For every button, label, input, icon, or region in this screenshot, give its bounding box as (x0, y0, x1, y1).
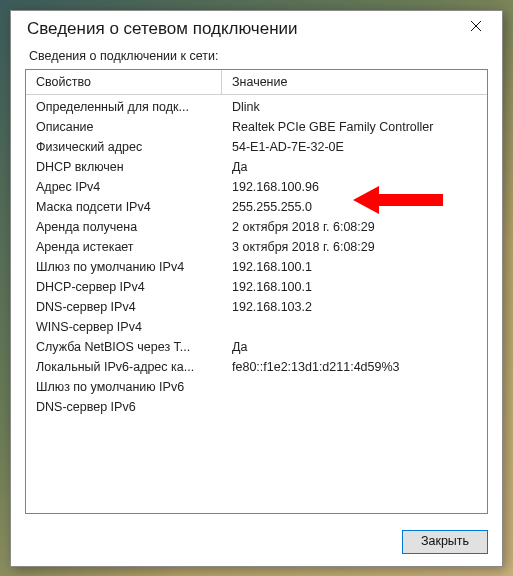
value-cell: 255.255.255.0 (222, 197, 487, 217)
value-cell: Да (222, 337, 487, 357)
property-cell: Служба NetBIOS через T... (26, 337, 222, 357)
close-icon (470, 20, 482, 35)
property-cell: Физический адрес (26, 137, 222, 157)
table-row[interactable]: ОписаниеRealtek PCIe GBE Family Controll… (26, 117, 487, 137)
table-row[interactable]: Аренда получена2 октября 2018 г. 6:08:29 (26, 217, 487, 237)
value-cell (222, 397, 487, 417)
close-button[interactable] (456, 13, 496, 43)
value-cell: Dlink (222, 97, 487, 117)
table-row[interactable]: WINS-сервер IPv4 (26, 317, 487, 337)
details-panel: Свойство Значение Определенный для подк.… (25, 69, 488, 514)
value-cell: 2 октября 2018 г. 6:08:29 (222, 217, 487, 237)
property-cell: DHCP-сервер IPv4 (26, 277, 222, 297)
table-row[interactable]: Определенный для подк...Dlink (26, 97, 487, 117)
table-row[interactable]: Аренда истекает3 октября 2018 г. 6:08:29 (26, 237, 487, 257)
subtitle-label: Сведения о подключении к сети: (11, 45, 502, 67)
table-row[interactable]: Маска подсети IPv4255.255.255.0 (26, 197, 487, 217)
property-cell: Шлюз по умолчанию IPv4 (26, 257, 222, 277)
property-cell: Маска подсети IPv4 (26, 197, 222, 217)
property-cell: DHCP включен (26, 157, 222, 177)
table-row[interactable]: Физический адрес54-E1-AD-7E-32-0E (26, 137, 487, 157)
value-cell: 54-E1-AD-7E-32-0E (222, 137, 487, 157)
table-row[interactable]: Локальный IPv6-адрес ка...fe80::f1e2:13d… (26, 357, 487, 377)
property-cell: Шлюз по умолчанию IPv6 (26, 377, 222, 397)
network-details-dialog: Сведения о сетевом подключении Сведения … (10, 10, 503, 567)
value-cell: 3 октября 2018 г. 6:08:29 (222, 237, 487, 257)
property-cell: DNS-сервер IPv6 (26, 397, 222, 417)
property-cell: Локальный IPv6-адрес ка... (26, 357, 222, 377)
grid-header: Свойство Значение (26, 70, 487, 96)
property-cell: DNS-сервер IPv4 (26, 297, 222, 317)
value-cell: Да (222, 157, 487, 177)
value-cell: 192.168.103.2 (222, 297, 487, 317)
table-row[interactable]: Служба NetBIOS через T...Да (26, 337, 487, 357)
table-row[interactable]: DNS-сервер IPv4192.168.103.2 (26, 297, 487, 317)
grid-body: Определенный для подк...DlinkОписаниеRea… (26, 96, 487, 417)
table-row[interactable]: Шлюз по умолчанию IPv6 (26, 377, 487, 397)
value-cell (222, 317, 487, 337)
property-cell: Описание (26, 117, 222, 137)
table-row[interactable]: DHCP включенДа (26, 157, 487, 177)
value-cell: 192.168.100.1 (222, 257, 487, 277)
titlebar: Сведения о сетевом подключении (11, 11, 502, 45)
property-cell: Адрес IPv4 (26, 177, 222, 197)
close-dialog-button[interactable]: Закрыть (402, 530, 488, 554)
property-cell: Определенный для подк... (26, 97, 222, 117)
column-header-property[interactable]: Свойство (26, 70, 222, 95)
table-row[interactable]: Шлюз по умолчанию IPv4192.168.100.1 (26, 257, 487, 277)
value-cell: Realtek PCIe GBE Family Controller (222, 117, 487, 137)
value-cell: 192.168.100.1 (222, 277, 487, 297)
value-cell (222, 377, 487, 397)
table-row[interactable]: DNS-сервер IPv6 (26, 397, 487, 417)
property-cell: WINS-сервер IPv4 (26, 317, 222, 337)
window-title: Сведения о сетевом подключении (27, 19, 298, 39)
value-cell: 192.168.100.96 (222, 177, 487, 197)
table-row[interactable]: DHCP-сервер IPv4192.168.100.1 (26, 277, 487, 297)
property-cell: Аренда получена (26, 217, 222, 237)
table-row[interactable]: Адрес IPv4192.168.100.96 (26, 177, 487, 197)
value-cell: fe80::f1e2:13d1:d211:4d59%3 (222, 357, 487, 377)
dialog-footer: Закрыть (11, 522, 502, 566)
column-header-value[interactable]: Значение (222, 70, 487, 95)
property-cell: Аренда истекает (26, 237, 222, 257)
